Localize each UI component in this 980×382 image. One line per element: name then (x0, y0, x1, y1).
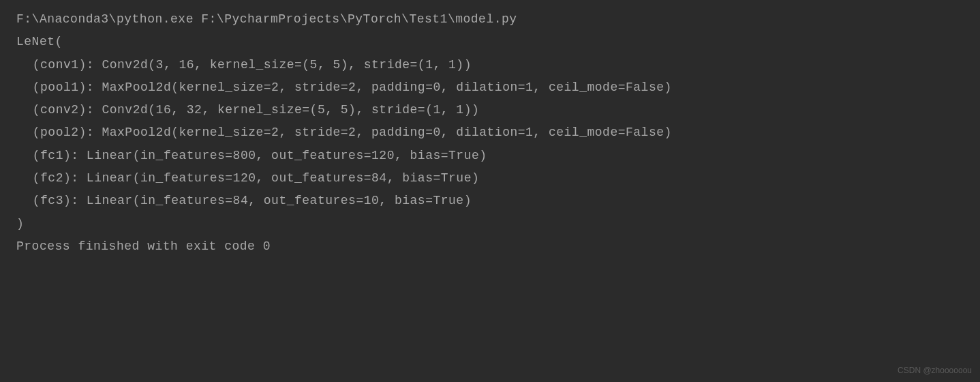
layer-fc1: (fc1): Linear(in_features=800, out_featu… (16, 145, 964, 167)
layer-conv1: (conv1): Conv2d(3, 16, kernel_size=(5, 5… (16, 54, 964, 76)
model-header: LeNet( (16, 31, 964, 53)
watermark: CSDN @zhoooooou (898, 363, 972, 378)
layer-pool1: (pool1): MaxPool2d(kernel_size=2, stride… (16, 76, 964, 99)
layer-fc2: (fc2): Linear(in_features=120, out_featu… (16, 167, 964, 190)
model-footer: ) (16, 213, 964, 235)
layer-fc3: (fc3): Linear(in_features=84, out_featur… (16, 190, 964, 212)
layer-conv2: (conv2): Conv2d(16, 32, kernel_size=(5, … (16, 99, 964, 121)
console-output: F:\Anaconda3\python.exe F:\PycharmProjec… (16, 8, 964, 258)
command-line: F:\Anaconda3\python.exe F:\PycharmProjec… (16, 8, 964, 31)
layer-pool2: (pool2): MaxPool2d(kernel_size=2, stride… (16, 121, 964, 144)
exit-message: Process finished with exit code 0 (16, 235, 964, 258)
